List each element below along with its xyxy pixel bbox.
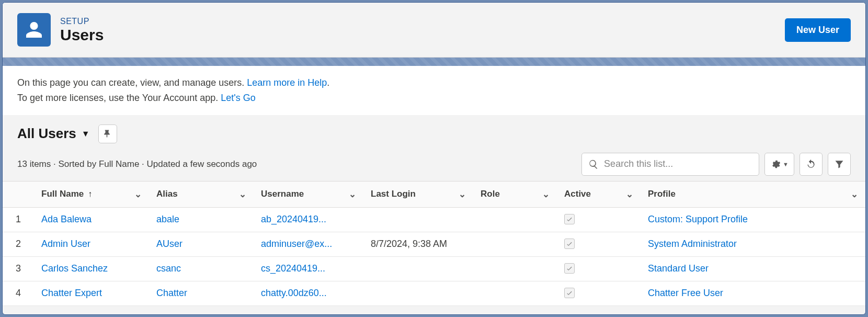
last-login-cell: 8/7/2024, 9:38 AM <box>363 232 473 256</box>
column-label: Profile <box>648 189 676 199</box>
chevron-down-icon[interactable]: ⌄ <box>239 189 246 200</box>
lets-go-link[interactable]: Let's Go <box>221 93 255 103</box>
chevron-down-icon[interactable]: ⌄ <box>542 189 550 200</box>
role-cell <box>473 281 557 305</box>
chevron-down-icon[interactable]: ⌄ <box>134 189 142 200</box>
chevron-down-icon[interactable]: ⌄ <box>459 189 466 200</box>
chevron-down-icon[interactable]: ⌄ <box>851 189 858 200</box>
table-row: 4Chatter ExpertChatterchatty.00dz60...Ch… <box>3 281 865 305</box>
info-block: On this page you can create, view, and m… <box>3 66 865 115</box>
refresh-button[interactable] <box>800 153 823 176</box>
alias-link[interactable]: AUser <box>156 239 182 249</box>
role-cell <box>473 207 557 232</box>
list-view-name[interactable]: All Users <box>17 126 76 142</box>
row-number: 1 <box>3 207 34 232</box>
last-login-cell <box>363 256 473 281</box>
column-label: Last Login <box>371 189 416 199</box>
active-checkbox <box>564 263 575 274</box>
full-name-link[interactable]: Chatter Expert <box>41 288 102 298</box>
column-label: Full Name <box>41 189 84 199</box>
learn-more-link[interactable]: Learn more in Help <box>247 77 327 88</box>
search-input[interactable] <box>604 158 752 169</box>
filter-icon <box>834 159 844 169</box>
last-login-cell <box>363 281 473 305</box>
table-row: 3Carlos Sanchezcsanccs_20240419...Standa… <box>3 256 865 281</box>
column-header-username[interactable]: Username⌄ <box>254 181 363 207</box>
column-header-last-login[interactable]: Last Login⌄ <box>363 181 473 207</box>
column-header-role[interactable]: Role⌄ <box>473 181 557 207</box>
page-title: Users <box>60 26 785 43</box>
table-row: 2Admin UserAUseradminuser@ex...8/7/2024,… <box>3 232 865 256</box>
info-text: On this page you can create, view, and m… <box>17 77 247 88</box>
username-link[interactable]: cs_20240419... <box>261 263 325 274</box>
active-checkbox <box>564 214 575 224</box>
sort-ascending-icon: ↑ <box>88 189 92 199</box>
check-icon <box>566 240 573 247</box>
row-number: 4 <box>3 281 34 305</box>
full-name-link[interactable]: Ada Balewa <box>41 214 92 224</box>
active-cell <box>557 232 641 256</box>
column-header-full-name[interactable]: Full Name↑ ⌄ <box>34 181 149 207</box>
full-name-link[interactable]: Admin User <box>41 239 90 249</box>
column-header-number <box>3 181 34 207</box>
search-icon <box>588 159 599 169</box>
list-settings-button[interactable]: ▼ <box>764 153 794 176</box>
active-cell <box>557 256 641 281</box>
active-cell <box>557 207 641 232</box>
row-number: 2 <box>3 232 34 256</box>
chevron-down-icon[interactable]: ⌄ <box>349 189 356 200</box>
row-number: 3 <box>3 256 34 281</box>
check-icon <box>566 265 573 272</box>
pin-list-button[interactable] <box>98 124 117 143</box>
alias-link[interactable]: Chatter <box>156 288 187 298</box>
setup-label: SETUP <box>60 17 785 26</box>
page-header: SETUP Users New User <box>3 3 865 58</box>
username-link[interactable]: ab_20240419... <box>261 214 326 224</box>
alias-link[interactable]: csanc <box>156 263 181 274</box>
column-label: Role <box>481 189 500 199</box>
username-link[interactable]: chatty.00dz60... <box>261 288 327 298</box>
check-icon <box>566 289 573 297</box>
role-cell <box>473 232 557 256</box>
column-header-profile[interactable]: Profile⌄ <box>641 181 865 207</box>
column-header-alias[interactable]: Alias⌄ <box>149 181 254 207</box>
users-table: Full Name↑ ⌄ Alias⌄ Username⌄ Last Login… <box>3 181 865 306</box>
filter-button[interactable] <box>828 153 851 176</box>
active-checkbox <box>564 239 575 249</box>
check-icon <box>566 216 573 223</box>
users-icon <box>17 13 51 47</box>
alias-link[interactable]: abale <box>156 214 179 224</box>
gear-icon <box>770 159 781 169</box>
decorative-strip <box>3 58 865 66</box>
column-label: Username <box>261 189 304 199</box>
chevron-down-icon[interactable]: ⌄ <box>626 189 633 200</box>
active-checkbox <box>564 288 575 298</box>
column-label: Active <box>564 189 591 199</box>
last-login-cell <box>363 207 473 232</box>
chevron-down-icon: ▼ <box>783 161 789 167</box>
column-header-active[interactable]: Active⌄ <box>557 181 641 207</box>
role-cell <box>473 256 557 281</box>
profile-link[interactable]: System Administrator <box>648 239 737 249</box>
profile-link[interactable]: Custom: Support Profile <box>648 214 748 224</box>
pin-icon <box>103 129 112 139</box>
active-cell <box>557 281 641 305</box>
column-label: Alias <box>156 189 178 199</box>
refresh-icon <box>806 159 816 169</box>
search-input-wrap[interactable] <box>581 153 759 176</box>
profile-link[interactable]: Chatter Free User <box>648 288 723 298</box>
list-status-text: 13 items · Sorted by Full Name · Updated… <box>17 159 257 169</box>
table-row: 1Ada Balewaabaleab_20240419...Custom: Su… <box>3 207 865 232</box>
username-link[interactable]: adminuser@ex... <box>261 239 332 249</box>
profile-link[interactable]: Standard User <box>648 263 709 274</box>
list-view-dropdown-icon[interactable]: ▼ <box>82 129 90 139</box>
info-text: To get more licenses, use the Your Accou… <box>17 93 221 103</box>
new-user-button[interactable]: New User <box>785 18 851 42</box>
full-name-link[interactable]: Carlos Sanchez <box>41 263 108 274</box>
info-text: . <box>327 77 329 88</box>
